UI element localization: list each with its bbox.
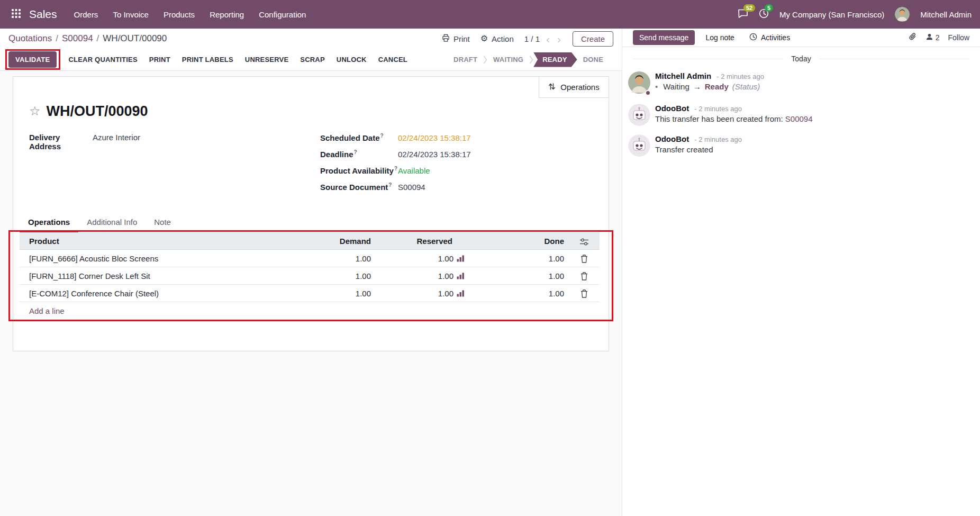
status-step-done[interactable]: DONE	[577, 56, 609, 64]
delivery-address-label: Delivery Address	[29, 133, 93, 151]
status-step-draft[interactable]: DRAFT	[448, 56, 483, 64]
print-operation-button[interactable]: PRINT	[149, 56, 170, 64]
attachment-button[interactable]	[909, 32, 917, 43]
menu-reporting[interactable]: Reporting	[203, 6, 250, 23]
demand-cell[interactable]: 1.00	[280, 250, 375, 267]
status-step-waiting[interactable]: WAITING	[487, 56, 529, 64]
delivery-address-value[interactable]: Azure Interior	[93, 133, 140, 142]
breadcrumb-s00094[interactable]: S00094	[62, 33, 93, 44]
done-cell[interactable]: 1.00	[469, 267, 568, 285]
source-document-value[interactable]: S00094	[398, 183, 425, 192]
column-header-demand[interactable]: Demand	[280, 233, 375, 250]
demand-cell[interactable]: 1.00	[280, 267, 375, 285]
column-header-reserved[interactable]: Reserved	[375, 233, 469, 250]
message-author: Mitchell Admin	[655, 71, 711, 80]
apps-grid-icon	[12, 9, 21, 20]
printer-icon	[442, 34, 450, 43]
create-button[interactable]: Create	[573, 31, 613, 47]
company-switcher[interactable]: My Company (San Francisco)	[779, 10, 884, 19]
apps-menu-button[interactable]	[8, 6, 24, 23]
follow-button[interactable]: Follow	[948, 33, 969, 42]
source-document-link[interactable]: S00094	[785, 114, 813, 123]
forecast-chart-icon[interactable]	[457, 255, 465, 262]
table-header-row: Product Demand Reserved Done	[20, 233, 600, 250]
tab-additional-info[interactable]: Additional Info	[78, 213, 146, 232]
clear-quantities-button[interactable]: CLEAR QUANTITIES	[68, 56, 137, 64]
scheduled-date-label-text: Scheduled Date	[320, 133, 380, 142]
menu-configuration[interactable]: Configuration	[252, 6, 312, 23]
reserved-cell[interactable]: 1.00	[375, 285, 469, 302]
add-line-link[interactable]: Add a line	[29, 306, 65, 315]
help-icon: ?	[354, 149, 357, 155]
done-cell[interactable]: 1.00	[469, 250, 568, 267]
chatter-panel: Send message Log note Activities	[622, 29, 980, 516]
deadline-value[interactable]: 02/24/2023 15:38:17	[398, 150, 471, 159]
validate-button[interactable]: VALIDATE	[8, 51, 57, 68]
clock-icon	[749, 33, 757, 42]
scrap-button[interactable]: SCRAP	[300, 56, 325, 64]
log-note-button[interactable]: Log note	[705, 33, 734, 42]
delete-row-button[interactable]	[568, 250, 600, 267]
messages-menu-button[interactable]: 52	[738, 8, 748, 20]
unlock-button[interactable]: UNLOCK	[337, 56, 367, 64]
menu-products[interactable]: Products	[157, 6, 201, 23]
done-cell[interactable]: 1.00	[469, 285, 568, 302]
date-separator: Today	[633, 55, 969, 63]
menu-to-invoice[interactable]: To Invoice	[106, 6, 155, 23]
cancel-button[interactable]: CANCEL	[378, 56, 407, 64]
reserved-cell[interactable]: 1.00	[375, 267, 469, 285]
field-group: Delivery Address Azure Interior Schedule…	[13, 133, 609, 198]
delete-row-button[interactable]	[568, 267, 600, 285]
chatter-message: OdooBot - 2 minutes ago Transfer created	[622, 132, 980, 163]
tracking-old-value: Waiting	[663, 82, 689, 91]
activities-menu-button[interactable]: 5	[759, 8, 769, 20]
main-menu: Orders To Invoice Products Reporting Con…	[68, 6, 313, 23]
demand-cell[interactable]: 1.00	[280, 285, 375, 302]
tracking-message-body: •Waiting→Ready(Status)	[655, 82, 764, 91]
reserved-cell[interactable]: 1.00	[375, 250, 469, 267]
activities-button[interactable]: Activities	[749, 33, 790, 42]
favorite-star-icon[interactable]: ☆	[29, 103, 41, 119]
column-header-product[interactable]: Product	[20, 233, 280, 250]
status-step-ready[interactable]: READY	[533, 52, 577, 67]
menu-orders[interactable]: Orders	[68, 6, 105, 23]
deadline-label-text: Deadline	[320, 150, 353, 159]
tab-operations[interactable]: Operations	[20, 213, 78, 232]
product-availability-label-text: Product Availability	[320, 166, 394, 175]
product-cell[interactable]: [FURN_1118] Corner Desk Left Sit	[20, 267, 280, 285]
trash-icon	[580, 289, 588, 298]
forecast-chart-icon[interactable]	[457, 290, 465, 297]
delete-row-button[interactable]	[568, 285, 600, 302]
print-labels-button[interactable]: PRINT LABELS	[182, 56, 233, 64]
tab-note[interactable]: Note	[146, 213, 179, 232]
help-icon: ?	[388, 182, 392, 188]
pager-next-icon[interactable]: ›	[556, 33, 562, 44]
scheduled-date-value[interactable]: 02/24/2023 15:38:17	[398, 133, 471, 142]
breadcrumb: Quotations / S00094 / WH/OUT/00090 Print	[0, 29, 622, 49]
action-button[interactable]: ⚙ Action	[480, 34, 514, 43]
column-header-done[interactable]: Done	[469, 233, 568, 250]
user-avatar[interactable]	[895, 7, 910, 22]
notebook: Operations Additional Info Note Product …	[13, 213, 609, 320]
pager-previous-icon[interactable]: ‹	[545, 33, 551, 44]
forecast-chart-icon[interactable]	[457, 273, 465, 279]
message-time: - 2 minutes ago	[716, 73, 764, 80]
user-menu[interactable]: Mitchell Admin	[920, 10, 972, 19]
form-sheet: Operations ☆ WH/OUT/00090 Delivery Addre…	[13, 76, 609, 351]
product-cell[interactable]: [E-COM12] Conference Chair (Steel)	[20, 285, 280, 302]
app-name[interactable]: Sales	[29, 8, 57, 21]
status-pipeline: DRAFT WAITING READY DONE	[448, 52, 609, 67]
print-button[interactable]: Print	[442, 34, 470, 43]
message-text: This transfer has been created from:	[655, 114, 783, 123]
send-message-button[interactable]: Send message	[633, 30, 695, 45]
product-cell[interactable]: [FURN_6666] Acoustic Bloc Screens	[20, 250, 280, 267]
bullet: •	[655, 82, 658, 91]
breadcrumb-quotations[interactable]: Quotations	[8, 33, 52, 44]
trash-icon	[580, 272, 588, 280]
followers-button[interactable]: 2	[925, 33, 940, 42]
breadcrumb-current: WH/OUT/00090	[103, 33, 167, 44]
unreserve-button[interactable]: UNRESERVE	[245, 56, 288, 64]
operations-stat-button[interactable]: Operations	[539, 77, 609, 98]
action-label: Action	[492, 34, 514, 43]
optional-columns-toggle[interactable]	[568, 233, 600, 250]
